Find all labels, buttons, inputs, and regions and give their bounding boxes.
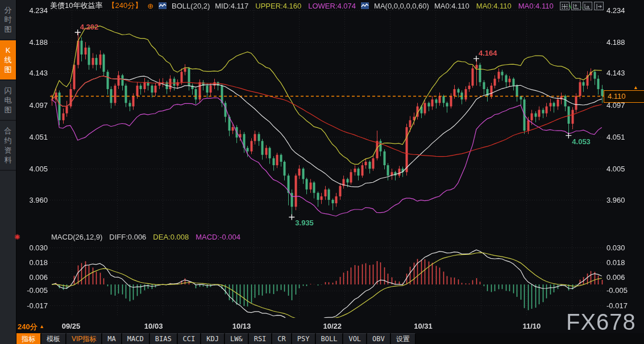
price-tick-right-1: 4.188	[606, 38, 642, 47]
toolbar-item-模板[interactable]: 模板	[41, 333, 66, 344]
macd-tick-right-2: 0.006	[606, 273, 642, 282]
boll-value-1: UPPER:4.160	[255, 2, 301, 10]
macd-tick-left-2: 0.006	[16, 273, 48, 282]
price-tick-left-3: 4.097	[16, 101, 48, 110]
watermark-logo: FX678	[566, 309, 636, 335]
date-axis: 240分 ▲ 09/2510/0310/1310/2210/3111/10	[0, 321, 644, 333]
exit-view-icon	[596, 1, 602, 11]
sidebar-item-kline-chart[interactable]: K 线 图	[0, 40, 16, 81]
toolbar-item-PSY[interactable]: PSY	[292, 333, 315, 344]
macd-macd-value: MACD:-0.004	[196, 233, 240, 241]
toolbar-item-设置[interactable]: 设置	[391, 333, 416, 344]
indicator-toolbar: 指标模板VIP指标MAMACDBIASCCIKDJLW&RSICRPSYBOLL…	[16, 333, 644, 344]
ma-value-2: MA0:4.110	[518, 2, 554, 10]
toolbar-item-VIP指标[interactable]: VIP指标	[67, 333, 102, 344]
price-tick-right-6: 3.960	[606, 196, 642, 204]
toolbar-item-BOLL[interactable]: BOLL	[316, 333, 343, 344]
ma-value-0: MA0:4.110	[434, 2, 470, 10]
sidebar: 分 时 图K 线 图闪 电 图合 约 资 料	[0, 0, 16, 344]
refresh-icon[interactable]: ⊕	[147, 2, 153, 10]
current-price-value: 4.110	[608, 92, 626, 100]
boll-values: MID:4.117UPPER:4.160LOWER:4.074	[215, 2, 356, 10]
macd-tick-right-0: 0.030	[606, 244, 642, 252]
toolbar-item-LW&[interactable]: LW&	[225, 333, 248, 344]
price-tick-right-4: 4.051	[606, 133, 642, 141]
ma-value-1: MA0:4.110	[476, 2, 512, 10]
pan-tool-icon	[562, 1, 568, 11]
ma-label: MA(0,0,0,0,0,60)	[374, 2, 429, 10]
date-tick-2: 10/13	[232, 322, 251, 330]
y-axis-tool-button[interactable]	[571, 2, 581, 10]
chart-window-buttons	[560, 2, 604, 10]
macd-tick-right-1: 0.018	[606, 258, 642, 267]
macd-tick-right-3: -0.005	[606, 286, 642, 295]
exit-view-button[interactable]	[594, 2, 604, 10]
boll-value-0: MID:4.117	[215, 2, 248, 10]
period-badge: 【240分】	[107, 1, 142, 11]
toolbar-item-VOL[interactable]: VOL	[343, 333, 367, 344]
sidebar-item-minute-chart[interactable]: 分 时 图	[0, 0, 16, 40]
price-tick-left-2: 4.143	[16, 69, 48, 77]
price-tick-left-4: 4.051	[16, 133, 48, 141]
live-indicator-icon: ✺	[14, 233, 20, 241]
price-tick-left-1: 4.188	[16, 38, 48, 47]
toolbar-item-指标[interactable]: 指标	[16, 333, 41, 344]
sidebar-item-lightning-chart[interactable]: 闪 电 图	[0, 81, 16, 121]
macd-header: MACD(26,12,9) DIFF:0.006 DEA:0.008 MACD:…	[51, 233, 240, 241]
toolbar-item-CR[interactable]: CR	[272, 333, 291, 344]
boll-value-2: LOWER:4.074	[308, 2, 356, 10]
price-up-arrow-icon: ▲	[633, 85, 638, 90]
date-tick-1: 10/03	[144, 322, 163, 330]
page-title: 美债10年收益率	[50, 1, 102, 11]
macd-tick-right-4: -0.017	[606, 301, 642, 310]
price-tick-left-5: 4.005	[16, 165, 48, 173]
date-tick-5: 11/10	[522, 322, 541, 330]
macd-tick-left-3: -0.005	[16, 286, 48, 295]
boll-label: BOLL(20,2)	[172, 2, 210, 10]
macd-label: MACD(26,12,9)	[51, 233, 102, 241]
y-axis-tool-icon	[573, 1, 579, 11]
price-tick-right-0: 4.234	[606, 6, 642, 15]
ma-indicator-chip-icon	[361, 2, 369, 9]
boll-indicator-chip-icon	[159, 2, 167, 9]
toolbar-item-CCI[interactable]: CCI	[178, 333, 201, 344]
x-axis-tool-button[interactable]	[583, 2, 592, 10]
toolbar-item-RSI[interactable]: RSI	[249, 333, 272, 344]
current-price-badge: 4.110	[604, 90, 644, 103]
price-tick-right-5: 4.005	[606, 165, 642, 173]
price-tick-left-0: 4.234	[16, 6, 48, 15]
macd-tick-left-4: -0.017	[16, 301, 48, 310]
period-dropdown-icon: ▲	[39, 324, 44, 329]
toolbar-item-MA[interactable]: MA	[102, 333, 121, 344]
sidebar-item-contract-info[interactable]: 合 约 资 料	[0, 121, 16, 171]
pan-tool-button[interactable]	[560, 2, 570, 10]
chart-header: 美债10年收益率 【240分】 ⊕ BOLL(20,2) MID:4.117UP…	[50, 1, 588, 10]
toolbar-item-OBV[interactable]: OBV	[367, 333, 390, 344]
price-tick-right-2: 4.143	[606, 69, 642, 77]
macd-tick-left-1: 0.018	[16, 258, 48, 267]
toolbar-item-BIAS[interactable]: BIAS	[150, 333, 177, 344]
toolbar-item-KDJ[interactable]: KDJ	[201, 333, 225, 344]
kline-chart-canvas[interactable]	[0, 0, 644, 344]
date-tick-4: 10/31	[414, 322, 433, 330]
date-tick-3: 10/22	[323, 322, 342, 330]
x-axis-tool-icon	[584, 1, 591, 11]
price-tick-left-6: 3.960	[16, 196, 48, 204]
macd-dea-value: DEA:0.008	[153, 233, 189, 241]
period-text: 240分	[18, 322, 38, 331]
period-selector[interactable]: 240分 ▲	[18, 322, 44, 332]
macd-diff-value: DIFF:0.006	[109, 233, 146, 241]
date-tick-0: 09/25	[62, 322, 81, 330]
toolbar-item-MACD[interactable]: MACD	[122, 333, 149, 344]
app-root: 分 时 图K 线 图闪 电 图合 约 资 料 美债10年收益率 【240分】 ⊕…	[0, 0, 644, 344]
macd-tick-left-0: 0.030	[16, 244, 48, 252]
